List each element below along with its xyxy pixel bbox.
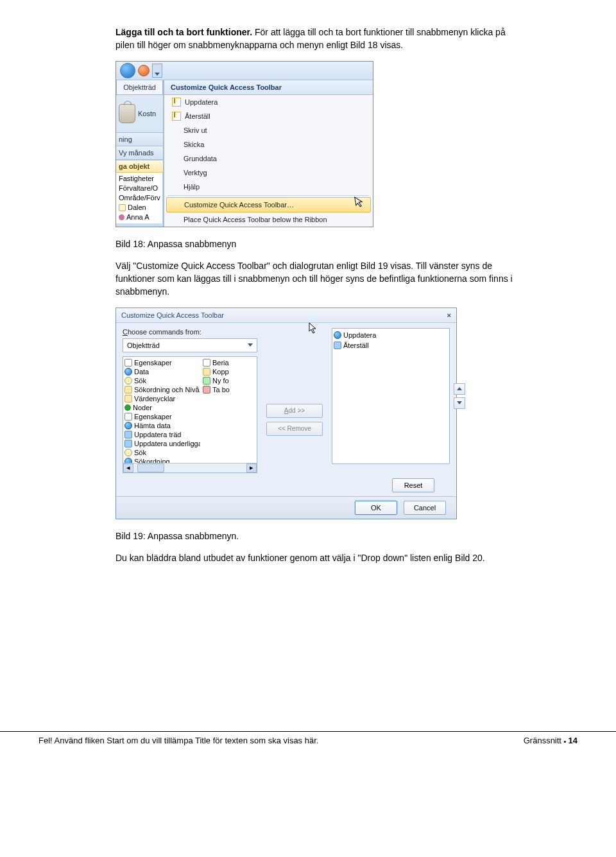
intro-paragraph: Lägga till och ta bort funktioner. För a… (116, 26, 526, 52)
dialog-title: Customize Quick Access Toolbar (121, 311, 224, 319)
list-item: Egenskaper (124, 358, 200, 367)
list-item: Beria (203, 358, 243, 367)
list-item: Hämta data (124, 421, 200, 430)
refresh-icon (124, 440, 132, 447)
ok-button[interactable]: OK (355, 501, 397, 515)
add-icon (203, 377, 210, 385)
dialog-title-bar: Customize Quick Access Toolbar × (116, 308, 456, 323)
add-button[interactable]: Add >> (266, 404, 323, 418)
footer-left: Fel! Använd fliken Start om du vill till… (38, 736, 318, 745)
panel-header-ga-objekt: ga objekt (116, 160, 163, 173)
scroll-thumb[interactable] (137, 463, 164, 472)
menu-item-skriv-ut[interactable]: Skriv ut (164, 123, 373, 137)
remove-button[interactable]: << Remove (266, 422, 323, 436)
globe-icon (124, 368, 132, 376)
refresh-icon (124, 431, 132, 438)
search-icon (124, 449, 132, 456)
search-icon (124, 377, 132, 385)
doc-icon (203, 359, 210, 367)
list-item: Uppdatera underliggande (124, 439, 200, 448)
list-item: Ny fo (203, 376, 243, 385)
horizontal-scrollbar[interactable]: ◂ ▸ (123, 463, 257, 472)
ribbon-group: Kostn (116, 95, 163, 133)
list-item: Uppdatera träd (124, 430, 200, 439)
tab-stub-vym[interactable]: Vy månads (116, 146, 163, 160)
key-icon (124, 395, 132, 403)
list-item: Värdenycklar (124, 394, 200, 403)
menu-item-place-below-ribbon[interactable]: Place Quick Access Toolbar below the Rib… (164, 212, 373, 227)
ribbon-label-kostn: Kostn (138, 110, 156, 117)
list-item: Sök (124, 448, 200, 457)
globe-icon (334, 331, 341, 339)
page-footer: Fel! Använd fliken Start om du vill till… (0, 731, 616, 765)
combo-value: Objektträd (127, 342, 160, 349)
intro-lead: Lägga till och ta bort funktioner. (116, 27, 252, 37)
tab-objekttrad[interactable]: Objektträd (116, 80, 163, 95)
choose-commands-label: Choose commands from: (123, 328, 257, 336)
menu-item-customize-qat[interactable]: Customize Quick Access Toolbar… (166, 197, 371, 212)
copy-icon (203, 368, 210, 376)
category-combo[interactable]: Objektträd (123, 338, 257, 352)
tree-item[interactable]: Område/Förv (119, 193, 162, 203)
tree-node-icon (119, 204, 126, 211)
bag-icon[interactable] (119, 104, 135, 123)
menu-item-grunddata[interactable]: Grunddata (164, 151, 373, 166)
list-item: Återställ (334, 340, 448, 351)
tree-item[interactable]: Dalen (119, 203, 162, 212)
quick-access-context-menu: Customize Quick Access Toolbar Uppdatera… (164, 80, 373, 227)
object-tree: Fastigheter Förvaltare/O Område/Förv Dal… (116, 173, 163, 223)
move-up-button[interactable] (454, 383, 465, 395)
move-down-button[interactable] (454, 397, 465, 409)
list-item: Data (124, 367, 200, 376)
title-bar (116, 62, 373, 80)
paragraph-2: Välj "Customize Quick Access Toolbar" oc… (116, 259, 526, 299)
current-commands-list[interactable]: Uppdatera Återställ (332, 328, 450, 464)
doc-icon (124, 359, 132, 367)
scroll-left-button[interactable]: ◂ (123, 463, 133, 472)
tree-item[interactable]: Anna A (119, 212, 162, 222)
menu-item-skicka[interactable]: Skicka (164, 137, 373, 151)
cursor-icon (309, 322, 318, 334)
screenshot-customize-dialog: Customize Quick Access Toolbar × Choose … (116, 307, 457, 519)
remove-icon (203, 386, 210, 394)
menu-item-hjalp[interactable]: Hjälp (164, 180, 373, 194)
app-orb-icon[interactable] (120, 63, 135, 78)
cursor-icon (354, 195, 365, 208)
screenshot-quick-access-menu: Objektträd Kostn ning Vy månads ga objek… (116, 61, 373, 227)
chevron-down-icon (155, 73, 160, 76)
chevron-up-icon (457, 387, 462, 390)
chevron-down-icon (248, 343, 253, 347)
menu-item-aterstall[interactable]: Återställ (164, 109, 373, 123)
context-menu-title: Customize Quick Access Toolbar (164, 80, 373, 95)
available-commands-list[interactable]: Egenskaper Data Sök Sökordning och Nivå … (123, 356, 257, 473)
list-item: Kopp (203, 367, 243, 376)
tab-stub-ning[interactable]: ning (116, 133, 163, 146)
caption-bild-18: Bild 18: Anpassa snabbmenyn (116, 238, 526, 250)
tree-item[interactable]: Förvaltare/O (119, 184, 162, 193)
menu-item-uppdatera[interactable]: Uppdatera (164, 95, 373, 109)
list-item: Uppdatera (334, 330, 448, 340)
refresh-icon (334, 342, 341, 349)
globe-icon (124, 422, 132, 429)
reset-button[interactable]: Reset (392, 478, 434, 492)
reorder-buttons (454, 383, 465, 409)
list-item: Sök (124, 376, 200, 385)
list-item: Noder (124, 403, 200, 412)
qat-dropdown-button[interactable] (152, 64, 162, 78)
node-icon (124, 404, 131, 411)
tree-item[interactable]: Fastigheter (119, 174, 162, 184)
list-item: Ta bo (203, 385, 243, 394)
scroll-right-button[interactable]: ▸ (246, 463, 257, 472)
paragraph-3: Du kan bläddra bland utbudet av funktion… (116, 551, 526, 564)
caption-bild-19: Bild 19: Anpassa snabbmenyn. (116, 530, 526, 542)
close-icon[interactable]: × (447, 311, 451, 319)
footer-right: Gränssnitt • 14 (524, 736, 578, 745)
left-pane: Objektträd Kostn ning Vy månads ga objek… (116, 80, 164, 227)
menu-separator (168, 195, 369, 196)
cancel-button[interactable]: Cancel (404, 501, 446, 515)
list-item: Egenskaper (124, 412, 200, 421)
help-icon[interactable] (138, 65, 150, 76)
chevron-down-icon (457, 401, 462, 404)
menu-item-verktyg[interactable]: Verktyg (164, 166, 373, 180)
person-icon (119, 214, 124, 220)
